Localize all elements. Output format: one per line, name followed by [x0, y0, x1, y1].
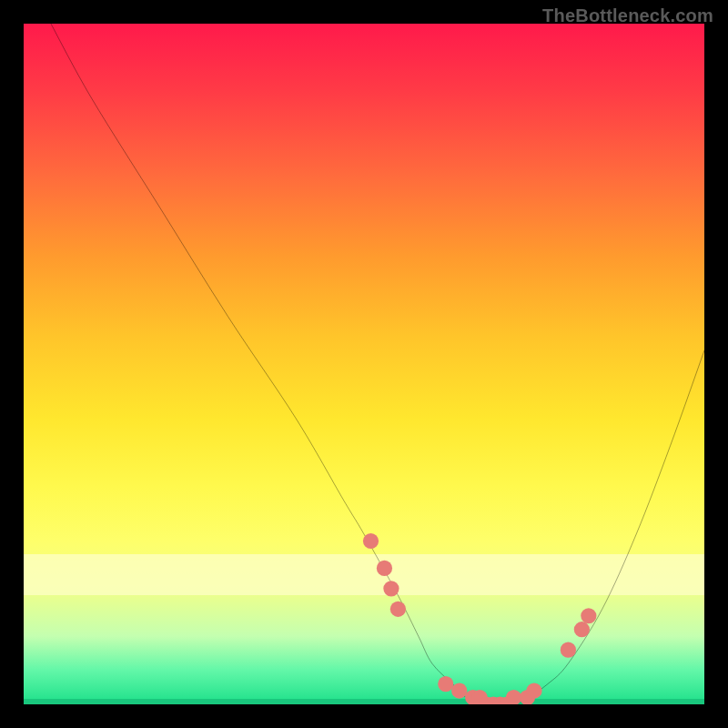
- data-marker: [574, 622, 590, 637]
- data-marker: [438, 676, 453, 692]
- plot-area: [24, 24, 704, 704]
- data-marker: [506, 690, 521, 704]
- bottleneck-curve-svg: [24, 24, 704, 704]
- chart-frame: TheBottleneck.com: [0, 0, 728, 728]
- data-marker: [581, 608, 596, 623]
- data-marker: [363, 533, 379, 549]
- data-marker: [451, 682, 467, 698]
- data-marker: [561, 642, 576, 658]
- data-marker: [377, 561, 392, 576]
- marker-layer: [363, 533, 597, 704]
- curve-layer: [51, 24, 704, 704]
- data-marker: [526, 682, 541, 698]
- bottleneck-curve-path: [51, 24, 704, 704]
- data-marker: [390, 602, 406, 617]
- watermark-text: TheBottleneck.com: [542, 5, 713, 26]
- data-marker: [383, 581, 399, 596]
